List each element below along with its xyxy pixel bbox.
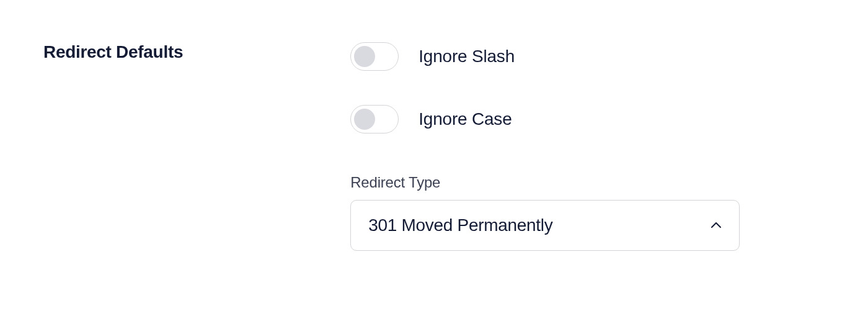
redirect-type-select[interactable]: 301 Moved Permanently [350,200,740,251]
ignore-case-row: Ignore Case [350,105,740,133]
ignore-slash-label: Ignore Slash [418,47,515,66]
ignore-case-label: Ignore Case [418,109,512,129]
redirect-type-label: Redirect Type [350,174,740,191]
toggle-knob [354,46,375,67]
ignore-slash-toggle[interactable] [350,42,399,71]
ignore-case-toggle[interactable] [350,105,399,133]
redirect-defaults-section: Redirect Defaults Ignore Slash Ignore Ca… [43,42,825,251]
redirect-type-value: 301 Moved Permanently [368,215,552,235]
settings-column: Ignore Slash Ignore Case Redirect Type 3… [350,42,740,251]
chevron-up-icon [711,220,722,231]
toggle-knob [354,109,375,130]
section-title: Redirect Defaults [43,42,183,62]
redirect-type-group: Redirect Type 301 Moved Permanently [350,174,740,251]
section-header-column: Redirect Defaults [43,42,183,251]
ignore-slash-row: Ignore Slash [350,42,740,71]
